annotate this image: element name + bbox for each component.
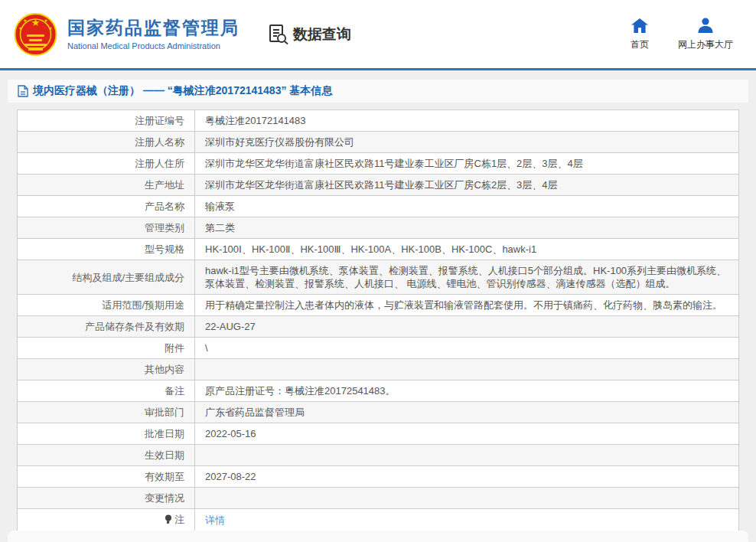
row-label: 批准日期 (18, 423, 195, 445)
svg-text:★: ★ (44, 18, 47, 23)
table-row: 注详情 (18, 509, 739, 532)
row-label: 生效日期 (18, 445, 195, 466)
table-row: 备注原产品注册证号：粤械注准20172541483。 (18, 380, 739, 402)
user-icon (698, 18, 713, 33)
row-label: 结构及组成/主要组成成分 (18, 260, 195, 295)
table-row: 型号规格HK-100Ⅰ、HK-100Ⅱ、HK-100Ⅲ、HK-100A、HK-1… (18, 239, 739, 260)
page-title: 境内医疗器械（注册） —— “粤械注准20172141483” 基本信息 (33, 84, 332, 98)
table-row: 注册证编号粤械注准20172141483 (18, 110, 739, 132)
row-label: 附件 (18, 338, 195, 359)
svg-text:★: ★ (31, 17, 41, 28)
row-value: 第二类 (195, 217, 739, 239)
table-row: 附件\ (18, 338, 739, 359)
row-label: 产品储存条件及有效期 (18, 316, 195, 338)
bulb-icon (165, 514, 172, 527)
row-label: 审批部门 (18, 402, 195, 423)
document-icon (18, 85, 28, 97)
nav-service-hall[interactable]: 网上办事大厅 (678, 18, 733, 51)
row-value: 2022-05-16 (195, 423, 739, 445)
agency-name-en: National Medical Products Administration (67, 41, 240, 51)
row-label: 适用范围/预期用途 (18, 295, 195, 316)
row-label: 有效期至 (18, 466, 195, 488)
table-row: 产品名称输液泵 (18, 196, 739, 217)
page-title-bar: 境内医疗器械（注册） —— “粤械注准20172141483” 基本信息 (8, 80, 748, 103)
brand[interactable]: ★ ★ ★ ★ ★ 国家药品监督管理局 National Medical Pro… (14, 10, 240, 59)
table-row: 注册人住所深圳市龙华区龙华街道富康社区民欢路11号建业泰工业区厂房C栋1层、2层… (18, 153, 739, 175)
nav-service-hall-label: 网上办事大厅 (678, 38, 733, 51)
table-row: 注册人名称深圳市好克医疗仪器股份有限公司 (18, 132, 739, 153)
table-row: 生产地址深圳市龙华区龙华街道富康社区民欢路11号建业泰工业区厂房C栋2层、3层、… (18, 175, 739, 196)
table-row: 管理类别第二类 (18, 217, 739, 239)
row-label: 注册人名称 (18, 132, 195, 153)
row-label: 变更情况 (18, 488, 195, 509)
row-label: 备注 (18, 380, 195, 402)
row-value: 输液泵 (195, 196, 739, 217)
row-value (195, 488, 739, 509)
row-label: 注 (18, 509, 195, 532)
row-value: 粤械注准20172141483 (195, 110, 739, 132)
detail-link[interactable]: 详情 (205, 514, 225, 526)
row-value: 原产品注册证号：粤械注准20172541483。 (195, 380, 739, 402)
page: ★ ★ ★ ★ ★ 国家药品监督管理局 National Medical Pro… (0, 0, 756, 542)
row-value (195, 445, 739, 466)
row-value: 深圳市龙华区龙华街道富康社区民欢路11号建业泰工业区厂房C栋2层、3层、4层 (195, 175, 739, 196)
row-label: 型号规格 (18, 239, 195, 260)
row-value: HK-100Ⅰ、HK-100Ⅱ、HK-100Ⅲ、HK-100A、HK-100B、… (195, 239, 739, 260)
row-value (195, 359, 739, 380)
document-search-icon (269, 24, 288, 44)
row-label: 管理类别 (18, 217, 195, 239)
home-icon (631, 18, 648, 33)
row-label: 产品名称 (18, 196, 195, 217)
info-table: 注册证编号粤械注准20172141483注册人名称深圳市好克医疗仪器股份有限公司… (17, 109, 739, 532)
row-value: 深圳市龙华区龙华街道富康社区民欢路11号建业泰工业区厂房C栋1层、2层、3层、4… (195, 153, 739, 175)
table-row: 批准日期2022-05-16 (18, 423, 739, 445)
info-table-body: 注册证编号粤械注准20172141483注册人名称深圳市好克医疗仪器股份有限公司… (18, 110, 739, 532)
row-label: 注册证编号 (18, 110, 195, 132)
svg-text:★: ★ (48, 26, 52, 31)
data-query-section[interactable]: 数据查询 (269, 24, 351, 44)
svg-text:★: ★ (23, 18, 27, 23)
footer-strip (8, 531, 748, 542)
row-value: 用于精确定量控制注入患者体内的液体，与贮液装置和输液管路配套使用。不用于镇痛药、… (195, 295, 739, 316)
content: 境内医疗器械（注册） —— “粤械注准20172141483” 基本信息 注册证… (0, 70, 756, 542)
national-emblem-logo: ★ ★ ★ ★ ★ (14, 10, 57, 59)
row-value: \ (195, 338, 739, 359)
row-label: 生产地址 (18, 175, 195, 196)
table-row: 有效期至2027-08-22 (18, 466, 739, 488)
top-nav: 首页 网上办事大厅 (631, 18, 733, 51)
table-row: 生效日期 (18, 445, 739, 466)
table-row: 产品储存条件及有效期22-AUG-27 (18, 316, 739, 338)
row-label: 注册人住所 (18, 153, 195, 175)
row-value: 广东省药品监督管理局 (195, 402, 739, 423)
nav-home[interactable]: 首页 (631, 18, 649, 51)
row-value: 详情 (195, 509, 739, 532)
table-row: 变更情况 (18, 488, 739, 509)
nav-home-label: 首页 (631, 38, 649, 51)
row-label: 其他内容 (18, 359, 195, 380)
site-header: ★ ★ ★ ★ ★ 国家药品监督管理局 National Medical Pro… (0, 0, 756, 70)
row-value: hawk-i1型号主要由微机系统、泵体装置、检测装置、报警系统、人机接口5个部分… (195, 260, 739, 295)
data-query-label: 数据查询 (293, 24, 351, 44)
table-row: 结构及组成/主要组成成分hawk-i1型号主要由微机系统、泵体装置、检测装置、报… (18, 260, 739, 295)
svg-text:★: ★ (18, 26, 22, 31)
agency-name-cn: 国家药品监督管理局 (67, 18, 240, 39)
table-row: 适用范围/预期用途用于精确定量控制注入患者体内的液体，与贮液装置和输液管路配套使… (18, 295, 739, 316)
row-value: 22-AUG-27 (195, 316, 739, 338)
row-value: 2027-08-22 (195, 466, 739, 488)
table-row: 审批部门广东省药品监督管理局 (18, 402, 739, 423)
table-row: 其他内容 (18, 359, 739, 380)
brand-text: 国家药品监督管理局 National Medical Products Admi… (67, 18, 240, 51)
row-value: 深圳市好克医疗仪器股份有限公司 (195, 132, 739, 153)
